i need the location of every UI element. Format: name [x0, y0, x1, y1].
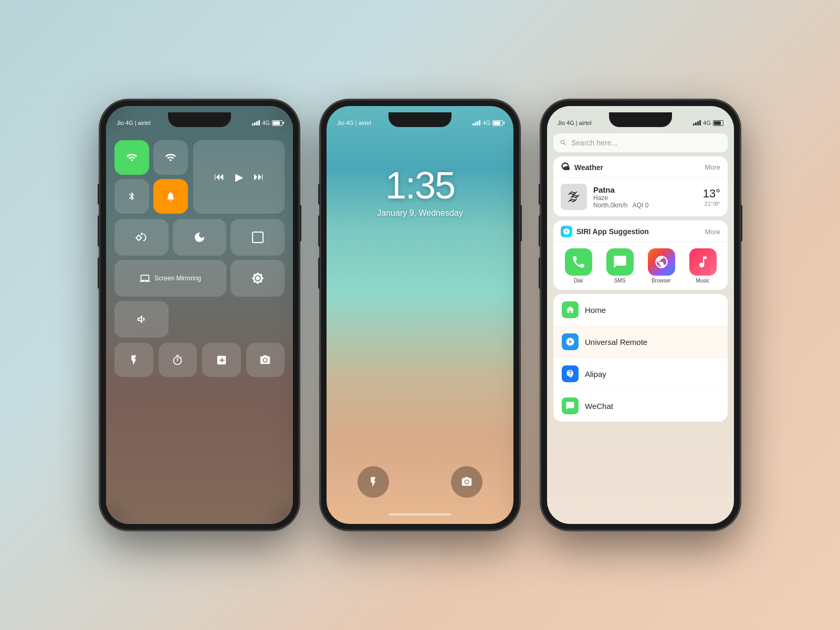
search-placeholder: Search here... — [571, 139, 617, 147]
today-view-content: Search here... 🌤 Weather More 🌫 — [547, 129, 734, 524]
home-label: Home — [585, 306, 606, 314]
battery-3 — [713, 120, 723, 126]
weather-temp: 13° — [703, 187, 720, 201]
list-item-universal-remote[interactable]: Universal Remote — [553, 326, 728, 358]
siri-header: SIRI App Suggestion More — [553, 220, 728, 242]
weather-icon: 🌫 — [561, 184, 587, 210]
cc-quick-actions — [114, 343, 285, 377]
notch-1 — [168, 112, 231, 127]
volume-button[interactable] — [114, 301, 169, 338]
siri-title: SIRI App Suggestion — [576, 227, 649, 236]
app-music[interactable]: Music — [689, 248, 717, 284]
weather-wind: North,0km/h AQI 0 — [593, 202, 697, 209]
siri-more[interactable]: More — [705, 228, 720, 236]
app-dial[interactable]: Dial — [565, 248, 592, 284]
weather-range: 21°/8° — [703, 201, 720, 207]
battery-2 — [492, 120, 503, 126]
list-item-home[interactable]: Home — [553, 294, 728, 326]
weather-city: Patna — [593, 185, 697, 194]
wechat-icon — [562, 397, 579, 414]
app-browser-label: Browser — [652, 278, 671, 284]
rotation-lock-button[interactable] — [114, 219, 169, 256]
screen-mirroring-button[interactable]: Screen Mirroring — [114, 260, 226, 297]
weather-widget: 🌤 Weather More 🌫 Patna Haze North,0km/h — [553, 156, 728, 216]
timer-button[interactable] — [159, 343, 197, 377]
lockscreen-camera-button[interactable] — [451, 466, 482, 498]
do-not-disturb-button[interactable] — [173, 219, 227, 256]
alipay-label: Alipay — [585, 370, 606, 379]
siri-suggestions-list: Home Universal Remote Alipay — [553, 294, 728, 422]
network-1: 4G — [262, 120, 270, 126]
notification-button[interactable] — [153, 179, 188, 214]
phone-1: Jio 4G | airtel 4G — [100, 100, 299, 530]
weather-details: Patna Haze North,0km/h AQI 0 — [593, 185, 697, 209]
search-bar[interactable]: Search here... — [553, 133, 728, 152]
home-icon — [562, 301, 579, 318]
cc-top-row: ⏮ ▶ ⏭ — [114, 140, 285, 214]
signal-3 — [693, 120, 701, 125]
lock-screen-time: 1:35 — [327, 164, 513, 207]
cellular-button[interactable] — [114, 140, 149, 175]
weather-condition: Haze — [593, 194, 697, 202]
app-music-label: Music — [696, 278, 709, 284]
network-2: 4G — [482, 120, 490, 126]
app-dial-label: Dial — [574, 278, 583, 284]
carrier-1: Jio 4G | airtel — [117, 120, 151, 126]
lockscreen-flashlight-button[interactable] — [358, 466, 389, 498]
weather-content: 🌫 Patna Haze North,0km/h AQI 0 13° 21°/8 — [553, 177, 728, 216]
music-controls: ⏮ ▶ ⏭ — [193, 140, 285, 214]
cc-connectivity-grid — [114, 140, 188, 214]
notch-2 — [388, 112, 452, 127]
carrier-3: Jio 4G | airtel — [558, 120, 592, 126]
list-item-alipay[interactable]: Alipay — [553, 358, 728, 390]
cc-second-row: Screen Mirroring — [114, 219, 285, 338]
play-button[interactable]: ▶ — [235, 171, 243, 183]
lockscreen-bottom-controls — [327, 466, 513, 498]
svg-rect-0 — [253, 232, 263, 243]
carrier-2: Jio 4G | airtel — [337, 120, 371, 126]
app-sms[interactable]: SMS — [606, 248, 634, 284]
next-button[interactable]: ⏭ — [254, 171, 264, 183]
signal-1 — [252, 120, 260, 125]
camera-button[interactable] — [246, 343, 285, 377]
calculator-button[interactable] — [202, 343, 241, 377]
notch-3 — [609, 112, 672, 127]
weather-title: Weather — [574, 163, 603, 172]
universal-remote-icon — [562, 333, 579, 350]
app-sms-label: SMS — [614, 278, 626, 284]
flashlight-button[interactable] — [114, 343, 153, 377]
brightness-button[interactable] — [230, 260, 285, 297]
app-browser[interactable]: Browser — [648, 248, 675, 284]
battery-1 — [272, 120, 282, 126]
universal-remote-label: Universal Remote — [585, 338, 647, 346]
alipay-icon — [562, 365, 579, 382]
weather-more[interactable]: More — [705, 163, 720, 171]
network-3: 4G — [703, 120, 711, 126]
prev-button[interactable]: ⏮ — [214, 171, 225, 183]
home-bar-2 — [388, 513, 452, 516]
dark-mode-button[interactable] — [230, 219, 285, 256]
control-center: ⏮ ▶ ⏭ — [106, 135, 293, 382]
lock-screen-date: January 9, Wednesday — [327, 208, 513, 218]
bluetooth-button[interactable] — [114, 179, 149, 214]
screen-mirroring-label: Screen Mirroring — [154, 275, 201, 282]
weather-header: 🌤 Weather More — [553, 156, 728, 177]
siri-app-icons: Dial SMS — [553, 242, 728, 290]
list-item-wechat[interactable]: WeChat — [553, 390, 728, 422]
phone-3: Jio 4G | airtel 4G — [541, 100, 740, 530]
wechat-label: WeChat — [585, 402, 613, 411]
wifi-button[interactable] — [153, 140, 188, 175]
signal-2 — [472, 120, 480, 125]
siri-widget: SIRI App Suggestion More Dial — [553, 220, 728, 290]
phone-2: Jio 4G | airtel 4G 1:35 Janua — [320, 100, 520, 530]
